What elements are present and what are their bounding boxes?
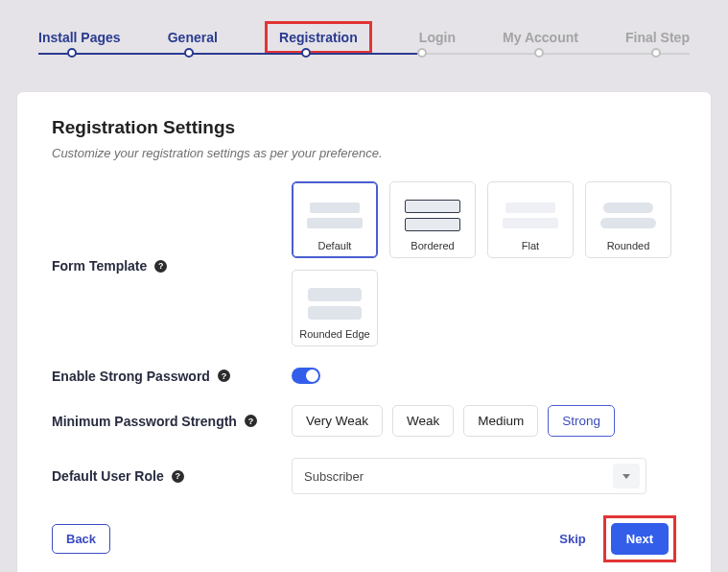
next-highlight-frame: Next <box>603 515 676 562</box>
template-bordered[interactable]: Bordered <box>389 181 476 258</box>
step-dot <box>301 48 311 58</box>
user-role-select[interactable]: Subscriber <box>292 458 646 494</box>
preview-bar <box>505 203 555 213</box>
row-user-role: Default User Role ? Subscriber <box>52 458 676 494</box>
template-rounded-edge[interactable]: Rounded Edge <box>292 270 378 346</box>
template-tiles: Default Bordered Flat <box>292 181 676 346</box>
select-value: Subscriber <box>304 469 364 484</box>
step-dot <box>651 48 661 58</box>
preview-bar <box>308 288 362 301</box>
row-min-strength: Minimum Password Strength ? Very Weak We… <box>52 405 676 437</box>
tile-preview <box>396 190 469 240</box>
step-dot <box>417 48 427 58</box>
template-default[interactable]: Default <box>292 181 378 258</box>
tile-preview <box>494 190 567 240</box>
label-min-strength: Minimum Password Strength <box>52 414 237 429</box>
preview-bar <box>307 218 363 228</box>
next-button[interactable]: Next <box>611 523 669 555</box>
step-final[interactable]: Final Step <box>625 30 690 45</box>
row-form-template: Form Template ? Default Bordered <box>52 181 676 346</box>
label-user-role: Default User Role <box>52 468 164 484</box>
template-flat[interactable]: Flat <box>487 181 574 258</box>
help-icon[interactable]: ? <box>172 470 184 483</box>
help-icon[interactable]: ? <box>218 369 230 382</box>
strength-very-weak[interactable]: Very Weak <box>292 405 383 437</box>
row-strong-password: Enable Strong Password ? <box>52 368 676 384</box>
settings-card: Registration Settings Customize your reg… <box>17 92 711 572</box>
help-icon[interactable]: ? <box>245 415 257 427</box>
preview-bar <box>603 203 653 213</box>
step-general[interactable]: General <box>168 30 218 45</box>
tile-preview <box>298 278 371 328</box>
template-rounded[interactable]: Rounded <box>585 181 671 258</box>
page-title: Registration Settings <box>52 117 676 138</box>
label-form-template: Form Template <box>52 258 147 274</box>
tile-label: Rounded <box>607 240 650 251</box>
tile-label: Default <box>318 240 352 251</box>
step-install-pages[interactable]: Install Pages <box>38 30 121 45</box>
wizard-stepper: Install Pages General Registration Login… <box>0 0 728 54</box>
tile-label: Bordered <box>411 240 454 251</box>
page-subtitle: Customize your registration settings as … <box>52 146 676 160</box>
tile-preview <box>592 190 665 240</box>
preview-bar <box>503 218 558 228</box>
step-dot <box>67 48 77 58</box>
strength-medium[interactable]: Medium <box>463 405 538 437</box>
strength-options: Very Weak Weak Medium Strong <box>292 405 676 437</box>
preview-bar <box>405 218 460 231</box>
tile-label: Rounded Edge <box>299 328 369 340</box>
label-strong-password: Enable Strong Password <box>52 369 210 384</box>
skip-link[interactable]: Skip <box>559 532 585 546</box>
chevron-down-icon <box>613 464 640 489</box>
tile-label: Flat <box>522 240 539 251</box>
preview-bar <box>310 203 360 213</box>
step-dot <box>534 48 544 58</box>
tile-preview <box>298 190 371 240</box>
back-button[interactable]: Back <box>52 524 110 554</box>
strength-weak[interactable]: Weak <box>392 405 454 437</box>
step-dot <box>184 48 194 58</box>
step-login[interactable]: Login <box>419 30 456 45</box>
strength-strong[interactable]: Strong <box>548 405 615 437</box>
help-icon[interactable]: ? <box>154 260 167 273</box>
strong-password-toggle[interactable] <box>292 368 320 384</box>
preview-bar <box>600 218 656 228</box>
preview-bar <box>308 306 362 320</box>
step-dots <box>38 48 690 58</box>
preview-bar <box>405 200 460 213</box>
step-my-account[interactable]: My Account <box>503 30 578 45</box>
footer-actions: Back Skip Next <box>52 515 676 562</box>
toggle-knob <box>306 369 318 382</box>
